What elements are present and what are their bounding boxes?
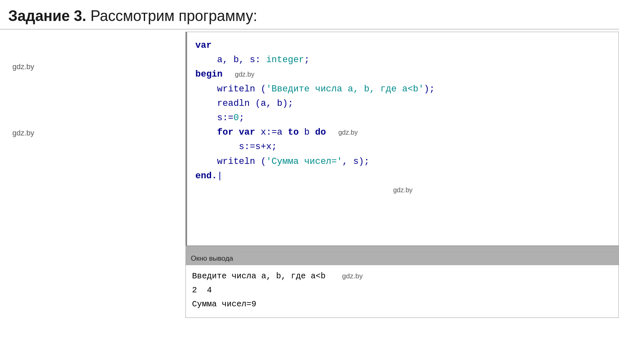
code-line-10: end.| [195,169,610,183]
output-section: Окно вывода Введите числа a, b, где a<bg… [185,252,619,318]
code-line-1: var [195,38,610,53]
output-line-1: Введите числа a, b, где a<bgdz.by [192,269,612,283]
watermark-left-1: gdz.by [12,63,185,71]
code-line-9: writeln ('Сумма чисел=', s); [195,154,610,169]
code-line-7: for var x:=a to b dogdz.by [195,125,610,140]
code-line-3: begingdz.by [195,67,610,82]
code-section: var a, b, s: integer; begingdz.by writel… [185,30,619,318]
title-bold: Задание 3. [8,7,86,24]
output-header: Окно вывода [186,252,619,265]
code-line-6: s:=0; [195,111,610,125]
content-area: gdz.by gdz.by var a, b, s: integer; begi… [0,30,619,318]
output-body: Введите числа a, b, где a<bgdz.by 2 4 Су… [186,265,619,317]
code-line-8: s:=s+x; [195,140,610,154]
output-line-3: Сумма чисел=9 [192,297,612,311]
code-line-2: a, b, s: integer; [195,53,610,67]
output-line-2: 2 4 [192,283,612,297]
code-line-5: readln (a, b); [195,96,610,111]
scrollbar[interactable] [185,246,619,252]
code-line-4: writeln ('Введите числа a, b, где a<b'); [195,82,610,96]
page-title: Задание 3. Рассмотрим программу: [0,0,619,30]
watermark-output: gdz.by [342,272,363,280]
title-normal: Рассмотрим программу: [90,7,257,24]
watermark-bottom: gdz.by [195,183,610,197]
code-editor: var a, b, s: integer; begingdz.by writel… [185,32,619,246]
left-watermarks: gdz.by gdz.by [0,30,185,318]
watermark-inline-2: gdz.by [338,129,358,136]
watermark-inline-1: gdz.by [235,71,254,78]
watermark-left-2: gdz.by [12,129,185,138]
